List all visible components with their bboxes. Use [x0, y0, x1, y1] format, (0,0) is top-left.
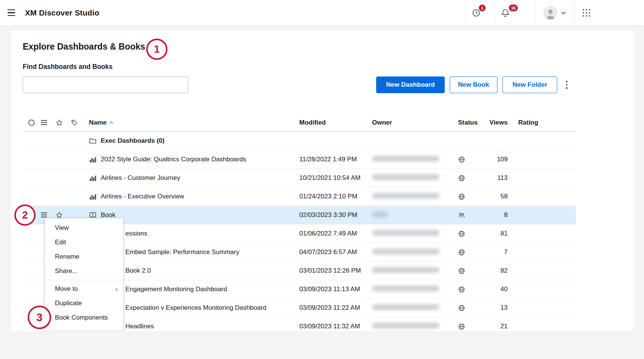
context-menu-item[interactable]: Edit: [45, 235, 123, 250]
search-input[interactable]: [23, 76, 188, 93]
new-folder-button[interactable]: New Folder: [502, 76, 557, 93]
row-owner-redacted: [372, 193, 439, 199]
row-owner: [372, 193, 450, 201]
context-menu-item[interactable]: Share...: [45, 264, 123, 278]
row-status: [450, 230, 487, 237]
row-owner-redacted: [372, 174, 439, 180]
waffle-grid-icon: [583, 9, 590, 17]
menu-icon[interactable]: [8, 9, 17, 17]
views-header[interactable]: Views: [487, 119, 508, 126]
status-header[interactable]: Status: [450, 119, 487, 126]
select-circle-icon[interactable]: [28, 119, 35, 126]
row-name[interactable]: Headlines: [125, 323, 154, 330]
row-views: 109: [487, 156, 508, 163]
modified-header[interactable]: Modified: [299, 119, 372, 126]
public-globe-icon: [458, 323, 465, 330]
row-views: 82: [487, 267, 508, 275]
public-globe-icon: [458, 304, 465, 312]
public-globe-icon: [458, 286, 465, 293]
rating-header[interactable]: Rating: [508, 119, 576, 126]
row-name[interactable]: 2022 Style Guide: Qualtrics Corporate Da…: [101, 156, 246, 163]
context-menu-item[interactable]: View: [45, 221, 123, 235]
row-views: 40: [487, 286, 508, 293]
row-owner: [372, 156, 450, 164]
row-owner: [372, 174, 450, 182]
row-status: [450, 193, 487, 200]
row-status: [450, 156, 487, 163]
context-menu-item[interactable]: Book Components: [45, 311, 123, 325]
name-header[interactable]: Name: [89, 119, 299, 126]
row-name[interactable]: Book: [101, 211, 116, 219]
public-globe-icon: [458, 249, 465, 256]
reorder-lines-icon[interactable]: [41, 120, 48, 125]
row-star-icon[interactable]: [56, 212, 63, 219]
apps-grid-button[interactable]: [580, 0, 593, 26]
row-status: [450, 323, 487, 330]
context-menu-item[interactable]: Move to ›: [45, 282, 123, 296]
app-title: XM Discover Studio: [25, 0, 99, 26]
account-menu-button[interactable]: [539, 0, 570, 26]
actions-toolbar: New Dashboard New Book New Folder: [376, 76, 571, 93]
new-book-button[interactable]: New Book: [450, 76, 497, 93]
row-name[interactable]: Airlines - Executive Overview: [101, 193, 184, 200]
row-owner: [372, 323, 450, 331]
row-owner-redacted: [372, 304, 439, 310]
owner-header[interactable]: Owner: [372, 119, 450, 126]
table-row[interactable]: Airlines - Customer Journey 10/21/2021 1…: [23, 169, 576, 187]
content-card: Explore Dashboards & Books Find Dashboar…: [11, 30, 633, 331]
folder-name[interactable]: Exec Dashboards (0): [101, 137, 164, 145]
row-views: 8: [487, 211, 508, 219]
row-status: [450, 267, 487, 275]
context-menu-item[interactable]: Duplicate: [45, 296, 123, 311]
row-status: [450, 212, 487, 219]
folder-row[interactable]: Exec Dashboards (0): [23, 132, 576, 150]
row-name[interactable]: Airlines - Customer Journey: [101, 174, 180, 182]
public-globe-icon: [458, 267, 465, 275]
row-views: 7: [487, 248, 508, 256]
row-views: 13: [487, 304, 508, 312]
alerts-button[interactable]: 1: [467, 0, 485, 26]
row-name[interactable]: Engagement Monitoring Dashboard: [125, 286, 227, 293]
page-title: Explore Dashboards & Books: [23, 42, 145, 52]
topbar-divider: [574, 0, 575, 26]
row-owner-redacted: [372, 323, 439, 329]
notifications-button[interactable]: 16: [496, 0, 514, 26]
favorite-star-icon[interactable]: [56, 119, 63, 126]
row-views: 113: [487, 174, 508, 182]
row-name[interactable]: Book 2.0: [125, 267, 151, 275]
alerts-badge: 1: [479, 5, 486, 11]
row-name[interactable]: Embed Sample: Performance Summary: [125, 248, 239, 256]
row-modified: 03/09/2023 11:32 AM: [299, 323, 372, 330]
row-menu-icon[interactable]: [41, 212, 48, 218]
row-owner-redacted: [372, 248, 439, 254]
public-globe-icon: [458, 156, 465, 163]
context-menu-item[interactable]: Rename: [45, 250, 123, 264]
row-name[interactable]: essions: [125, 230, 147, 237]
table-row[interactable]: Airlines - Executive Overview 01/24/2023…: [23, 187, 576, 206]
row-status: [450, 175, 487, 182]
new-dashboard-button[interactable]: New Dashboard: [376, 76, 445, 93]
row-modified: 01/24/2023 2:10 PM: [299, 193, 372, 200]
more-actions-button[interactable]: [562, 76, 571, 93]
annotation-circle-1: 1: [146, 39, 167, 60]
row-owner: [372, 304, 450, 312]
dashboard-icon: [89, 156, 97, 163]
shared-users-icon: [458, 212, 465, 219]
row-name[interactable]: Expectation v Experiences Monitoring Das…: [125, 304, 266, 312]
table-row[interactable]: 2022 Style Guide: Qualtrics Corporate Da…: [23, 150, 576, 169]
row-owner: [372, 286, 450, 293]
row-modified: 03/09/2023 11:22 AM: [299, 304, 372, 312]
dashboard-icon: [89, 193, 97, 200]
annotation-circle-2: 2: [14, 204, 36, 226]
row-modified: 11/28/2022 1:49 PM: [299, 156, 372, 163]
tag-icon[interactable]: [71, 119, 78, 126]
topbar-divider: [465, 0, 466, 26]
row-views: 81: [487, 230, 508, 237]
row-owner-redacted: [372, 286, 439, 292]
topbar: XM Discover Studio 1 16: [0, 0, 644, 26]
row-status: [450, 304, 487, 312]
book-icon: [89, 211, 97, 219]
row-modified: 10/21/2021 10:54 AM: [299, 174, 372, 182]
row-status: [450, 249, 487, 256]
topbar-divider: [535, 0, 535, 26]
